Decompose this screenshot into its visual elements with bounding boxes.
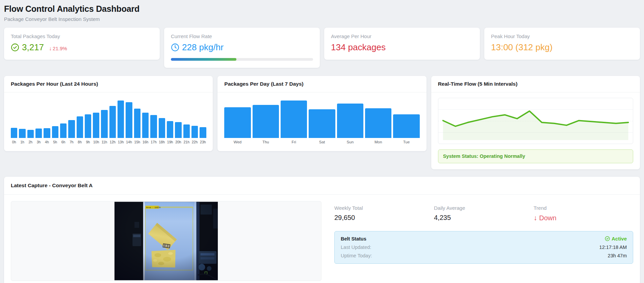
bar	[337, 104, 363, 138]
bar-Wed: Wed	[224, 98, 251, 144]
bar-13h: 13h	[118, 98, 124, 144]
bar-label: 16h	[143, 140, 149, 144]
chart-card-daily: Packages Per Day (Last 7 Days) WedThuFri…	[217, 76, 426, 151]
bar-label: 8h	[78, 140, 82, 144]
bar	[167, 121, 173, 138]
stat-card-flow-rate: Current Flow Rate 228 pkg/hr	[164, 28, 320, 68]
capture-card: Latest Capture - Conveyor Belt A	[4, 177, 640, 283]
stat-value-average: 134 packages	[331, 42, 386, 53]
chart-title-daily: Packages Per Day (Last 7 Days)	[217, 76, 426, 92]
bar-label: 19h	[167, 140, 173, 144]
stat-delta-value: 21.9%	[53, 46, 67, 51]
bar-8h: 8h	[77, 98, 83, 144]
bar-label: 6h	[61, 140, 66, 144]
uptime-value: 23h 47m	[608, 253, 627, 258]
bar-label: Fri	[291, 140, 296, 144]
page-title: Flow Control Analytics Dashboard	[4, 4, 640, 14]
bar-label: 20h	[175, 140, 181, 144]
stat-card-peak-hour: Peak Hour Today 13:00 (312 pkg)	[484, 28, 640, 60]
stat-label: Weekly Total	[334, 205, 434, 211]
bar	[365, 108, 391, 138]
last-updated-label: Last Updated:	[341, 245, 371, 250]
bar	[253, 105, 279, 138]
capture-stats-panel: Weekly Total 29,650 Daily Average 4,235 …	[334, 201, 633, 281]
bar-label: 2h	[28, 140, 32, 144]
bar-4h: 4h	[44, 98, 50, 144]
weekly-total-stat: Weekly Total 29,650	[334, 205, 434, 222]
stat-value-total: 3,217	[22, 42, 44, 53]
stat-card-average: Average Per Hour 134 packages	[324, 28, 480, 60]
bar	[309, 109, 335, 138]
last-updated-value: 12:17:18 AM	[599, 245, 627, 250]
bar-label: 22h	[192, 140, 198, 144]
chart-card-hourly: Packages Per Hour (Last 24 Hours) 0h1h2h…	[4, 76, 213, 151]
capture-title: Latest Capture - Conveyor Belt A	[4, 177, 640, 195]
stat-label: Average Per Hour	[331, 33, 473, 39]
bar	[77, 116, 83, 138]
bar	[44, 128, 50, 138]
bar-label: 0h	[12, 140, 16, 144]
daily-bar-chart: WedThuFriSatSunMonTue	[224, 98, 419, 144]
bar-label: Tue	[403, 140, 410, 144]
bar-3h: 3h	[35, 98, 42, 144]
bar-Tue: Tue	[393, 98, 419, 144]
bar-label: 14h	[126, 140, 132, 144]
chart-card-realtime: Real-Time Flow (5 Min Intervals) System …	[431, 76, 640, 169]
bar-20h: 20h	[175, 98, 181, 144]
stat-delta: ↓ 21.9%	[49, 44, 67, 52]
stat-label: Trend	[534, 205, 633, 211]
system-status-banner: System Status: Operating Normally	[438, 149, 633, 163]
bar-17h: 17h	[150, 98, 157, 144]
belt-status-title: Belt Status	[341, 236, 366, 242]
bar-2h: 2h	[27, 98, 34, 144]
check-circle-icon	[11, 43, 19, 52]
daily-average-stat: Daily Average 4,235	[434, 205, 534, 222]
bar	[52, 126, 58, 138]
bar	[118, 101, 124, 138]
bar-11h: 11h	[101, 98, 107, 144]
bar	[159, 118, 165, 138]
bar	[224, 107, 251, 138]
dashboard-page: Flow Control Analytics Dashboard Package…	[0, 0, 644, 283]
belt-status-badge: Active	[605, 236, 627, 242]
bar-Mon: Mon	[365, 98, 391, 144]
stat-label: Total Packages Today	[11, 33, 153, 39]
chart-title-hourly: Packages Per Hour (Last 24 Hours)	[4, 76, 213, 92]
bar	[27, 130, 34, 138]
bar-label: 4h	[45, 140, 49, 144]
bar-label: Thu	[262, 140, 269, 144]
flow-chart-svg	[438, 98, 633, 144]
bar-label: 10h	[93, 140, 99, 144]
stat-card-total-packages: Total Packages Today 3,217 ↓ 21.9%	[4, 28, 160, 60]
capture-image: Area : 18970	[114, 202, 218, 280]
bar	[11, 128, 17, 138]
stats-row: Total Packages Today 3,217 ↓ 21.9% Curre…	[4, 28, 640, 68]
stat-label: Peak Hour Today	[491, 33, 633, 39]
bar	[142, 113, 149, 138]
bar-Sun: Sun	[337, 98, 363, 144]
bar	[85, 114, 91, 138]
bar-label: 23h	[200, 140, 206, 144]
trend-stat: Trend ↓ Down	[534, 205, 633, 222]
bar-Sat: Sat	[309, 98, 335, 144]
bar	[101, 110, 107, 138]
bar-label: Wed	[234, 140, 241, 144]
weekly-total-value: 29,650	[334, 214, 434, 222]
bar-10h: 10h	[93, 98, 99, 144]
bar-23h: 23h	[200, 98, 206, 144]
bar	[281, 101, 307, 138]
realtime-line-chart	[438, 98, 633, 144]
bar	[109, 106, 116, 138]
chart-title-realtime: Real-Time Flow (5 Min Intervals)	[431, 76, 640, 92]
stat-value-peak: 13:00 (312 pkg)	[491, 42, 552, 53]
bar-12h: 12h	[109, 98, 116, 144]
bar	[93, 113, 99, 138]
bar-label: 11h	[102, 140, 107, 144]
bar	[60, 123, 67, 138]
bar-1h: 1h	[19, 98, 25, 144]
bar-label: Sat	[319, 140, 325, 144]
trend-value: Down	[539, 214, 557, 222]
check-circle-icon	[605, 236, 610, 241]
bar	[183, 124, 190, 138]
bar-label: 18h	[159, 140, 165, 144]
